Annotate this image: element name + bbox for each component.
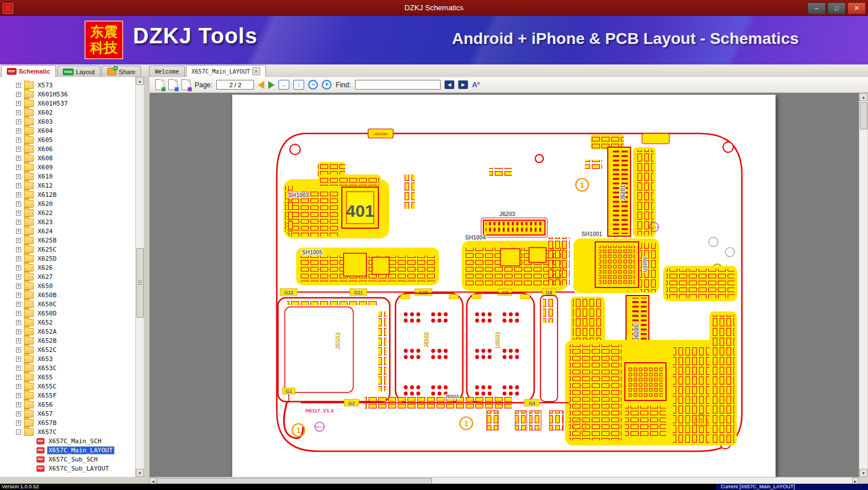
expand-toggle-icon[interactable]: + bbox=[16, 402, 21, 407]
fit-page-icon[interactable]: ↕ bbox=[293, 80, 304, 90]
expand-toggle-icon[interactable]: + bbox=[16, 210, 21, 216]
zoom-out-icon[interactable]: − bbox=[308, 80, 318, 90]
expand-toggle-icon[interactable]: + bbox=[16, 165, 21, 170]
expand-toggle-icon[interactable]: + bbox=[16, 229, 21, 234]
tree-item-folder[interactable]: +X653C bbox=[0, 363, 136, 372]
tree-item-doc[interactable]: PDFX657C_Sub_LAYOUT bbox=[0, 464, 136, 473]
tree-item-folder[interactable]: +X655 bbox=[0, 372, 136, 382]
tree-scrollbar[interactable]: ▲ ▼ bbox=[135, 77, 144, 477]
viewer-scrollbar-vertical[interactable]: ▲ ▼ bbox=[859, 93, 867, 477]
tree-item-folder[interactable]: +X657 bbox=[0, 409, 136, 418]
tree-item-folder[interactable]: -X657C bbox=[0, 427, 136, 436]
expand-toggle-icon[interactable]: + bbox=[16, 174, 21, 179]
maximize-button[interactable]: □ bbox=[827, 2, 846, 14]
expand-toggle-icon[interactable]: + bbox=[16, 366, 21, 371]
pdf-page[interactable]: LED6280 401 SH1003 SH1005 bbox=[232, 95, 776, 477]
expand-toggle-icon[interactable]: + bbox=[16, 101, 21, 106]
expand-toggle-icon[interactable]: + bbox=[16, 147, 21, 152]
tree-item-folder[interactable]: +X623 bbox=[0, 217, 136, 226]
expand-toggle-icon[interactable]: + bbox=[16, 238, 21, 243]
tree-item-folder[interactable]: +X625C bbox=[0, 245, 136, 254]
tree-item-folder[interactable]: +X655F bbox=[0, 391, 136, 400]
expand-toggle-icon[interactable]: + bbox=[16, 83, 21, 88]
tree-item-folder[interactable]: +X652A bbox=[0, 327, 136, 336]
tree-item-folder[interactable]: +X625B bbox=[0, 236, 136, 245]
tree-item-folder[interactable]: +X656 bbox=[0, 400, 136, 409]
fit-width-icon[interactable]: ↔ bbox=[278, 80, 289, 90]
doc-tab-layout[interactable]: X657C_Main_LAYOUT ✕ bbox=[186, 65, 266, 77]
tree-item-folder[interactable]: +X650D bbox=[0, 309, 136, 318]
expand-toggle-icon[interactable]: + bbox=[16, 137, 21, 143]
expand-toggle-icon[interactable]: + bbox=[16, 329, 21, 334]
expand-toggle-icon[interactable]: + bbox=[16, 302, 21, 307]
tree-item-folder[interactable]: +X622 bbox=[0, 208, 136, 217]
tree-item-folder[interactable]: +X604 bbox=[0, 126, 136, 135]
tab-schematic[interactable]: PDF Schematic bbox=[1, 65, 56, 77]
expand-toggle-icon[interactable]: + bbox=[16, 92, 21, 97]
tree-item-folder[interactable]: +X609 bbox=[0, 163, 136, 172]
tree-item-folder[interactable]: +X627 bbox=[0, 272, 136, 281]
tree-item-folder[interactable]: +X652 bbox=[0, 318, 136, 327]
tree-item-folder[interactable]: +X625D bbox=[0, 254, 136, 263]
tree-item-folder[interactable]: +X624 bbox=[0, 226, 136, 236]
expand-toggle-icon[interactable]: + bbox=[16, 110, 21, 115]
tree-item-folder[interactable]: +X612 bbox=[0, 181, 136, 190]
copy-page-icon[interactable] bbox=[168, 79, 177, 90]
scrollbar-thumb[interactable] bbox=[860, 102, 867, 129]
tree-item-folder[interactable]: +X657B bbox=[0, 418, 136, 427]
find-next-icon[interactable]: ▶ bbox=[458, 80, 468, 89]
tree-item-folder[interactable]: +X608 bbox=[0, 153, 136, 163]
expand-toggle-icon[interactable]: + bbox=[16, 274, 21, 280]
tab-share[interactable]: Share bbox=[102, 66, 141, 77]
expand-toggle-icon[interactable]: - bbox=[16, 430, 21, 435]
expand-toggle-icon[interactable]: + bbox=[16, 338, 21, 343]
tree-item-doc[interactable]: PDFX657C_Main_LAYOUT bbox=[0, 446, 136, 455]
tab-layout[interactable]: PADS Layout bbox=[57, 66, 100, 77]
tree-item-folder[interactable]: +X652C bbox=[0, 345, 136, 354]
scroll-up-icon[interactable]: ▲ bbox=[136, 77, 144, 85]
page-input[interactable] bbox=[216, 80, 254, 90]
prev-page-icon[interactable] bbox=[258, 81, 264, 89]
tree-item-folder[interactable]: +X603 bbox=[0, 117, 136, 126]
expand-toggle-icon[interactable]: + bbox=[16, 375, 21, 380]
expand-toggle-icon[interactable]: + bbox=[16, 347, 21, 353]
minimize-button[interactable]: – bbox=[808, 2, 826, 14]
match-case-icon[interactable]: Aa bbox=[472, 80, 480, 89]
expand-toggle-icon[interactable]: + bbox=[16, 320, 21, 325]
tree-item-folder[interactable]: +X601H537 bbox=[0, 99, 136, 108]
scroll-down-icon[interactable]: ▼ bbox=[136, 469, 144, 477]
zoom-in-icon[interactable]: + bbox=[322, 80, 332, 90]
expand-toggle-icon[interactable]: + bbox=[16, 311, 21, 316]
doc-tab-welcome[interactable]: Welcome bbox=[149, 66, 184, 77]
expand-toggle-icon[interactable]: + bbox=[16, 411, 21, 416]
tree-item-folder[interactable]: +X573 bbox=[0, 80, 136, 90]
tree-item-folder[interactable]: +X620 bbox=[0, 199, 136, 208]
expand-toggle-icon[interactable]: + bbox=[16, 201, 21, 206]
next-page-icon[interactable] bbox=[268, 81, 274, 89]
export-page-icon[interactable] bbox=[181, 79, 191, 90]
expand-toggle-icon[interactable]: + bbox=[16, 220, 21, 225]
find-input[interactable] bbox=[355, 80, 441, 90]
expand-toggle-icon[interactable]: + bbox=[16, 384, 21, 389]
expand-toggle-icon[interactable]: + bbox=[16, 119, 21, 124]
tree-item-folder[interactable]: +X602 bbox=[0, 108, 136, 117]
scroll-up-icon[interactable]: ▲ bbox=[859, 93, 867, 101]
tree-item-doc[interactable]: PDFX657C_Main_SCH bbox=[0, 436, 136, 446]
expand-toggle-icon[interactable]: + bbox=[16, 265, 21, 270]
tree-item-folder[interactable]: +X605 bbox=[0, 135, 136, 144]
find-prev-icon[interactable]: ◀ bbox=[445, 80, 454, 89]
tree-item-folder[interactable]: +X612B bbox=[0, 190, 136, 199]
tree-item-folder[interactable]: +X650 bbox=[0, 281, 136, 290]
expand-toggle-icon[interactable]: + bbox=[16, 256, 21, 261]
expand-toggle-icon[interactable]: + bbox=[16, 247, 21, 252]
tree-item-folder[interactable]: +X606 bbox=[0, 144, 136, 153]
tree-item-folder[interactable]: +X650C bbox=[0, 299, 136, 309]
open-page-icon[interactable] bbox=[155, 79, 164, 90]
expand-toggle-icon[interactable]: + bbox=[16, 393, 21, 398]
expand-toggle-icon[interactable]: + bbox=[16, 128, 21, 133]
close-button[interactable]: ✕ bbox=[847, 2, 866, 14]
tree-item-folder[interactable]: +X650B bbox=[0, 290, 136, 299]
expand-toggle-icon[interactable]: + bbox=[16, 420, 21, 426]
close-tab-icon[interactable]: ✕ bbox=[252, 67, 260, 75]
tree-item-doc[interactable]: PDFX657C_Sub_SCH bbox=[0, 455, 136, 464]
